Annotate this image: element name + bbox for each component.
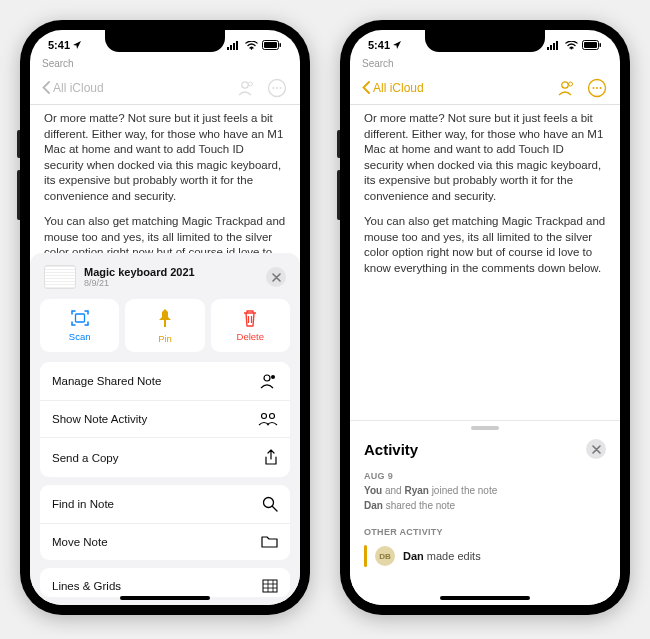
menu-move-note[interactable]: Move Note — [40, 524, 290, 560]
close-icon — [592, 445, 601, 454]
location-arrow-icon — [392, 40, 402, 50]
wifi-icon — [245, 41, 258, 50]
close-icon — [272, 273, 281, 282]
menu-show-activity[interactable]: Show Note Activity — [40, 401, 290, 438]
signal-icon — [547, 41, 561, 50]
notch — [105, 30, 225, 52]
delete-button[interactable]: Delete — [211, 299, 290, 352]
trash-icon — [242, 309, 258, 327]
svg-rect-6 — [264, 42, 277, 48]
svg-point-18 — [262, 414, 267, 419]
nav-bar: All iCloud — [30, 71, 300, 105]
home-indicator[interactable] — [120, 596, 210, 600]
note-body: Or more matte? Not sure but it just feel… — [350, 105, 620, 292]
svg-point-13 — [280, 87, 282, 89]
back-label: All iCloud — [53, 81, 104, 95]
close-sheet-button[interactable] — [266, 267, 286, 287]
location-arrow-icon — [72, 40, 82, 50]
pin-label: Pin — [158, 333, 172, 344]
menu-manage-shared[interactable]: Manage Shared Note — [40, 362, 290, 401]
svg-rect-24 — [553, 43, 555, 50]
activity-edit-entry[interactable]: DB Dan made edits — [350, 539, 620, 573]
drag-handle[interactable] — [471, 426, 499, 430]
back-button[interactable]: All iCloud — [42, 81, 104, 95]
svg-point-9 — [249, 82, 253, 86]
people-circle-icon — [260, 373, 278, 389]
folder-icon — [261, 535, 278, 549]
svg-rect-22 — [547, 47, 549, 50]
note-paragraph: You can also get matching Magic Trackpad… — [364, 214, 606, 276]
people-icon — [235, 80, 255, 96]
close-activity-button[interactable] — [586, 439, 606, 459]
search-icon — [262, 496, 278, 512]
svg-point-33 — [593, 87, 595, 89]
svg-point-12 — [276, 87, 278, 89]
back-button[interactable]: All iCloud — [362, 81, 424, 95]
note-paragraph: Or more matte? Not sure but it just feel… — [44, 111, 286, 204]
menu-label: Send a Copy — [52, 452, 119, 464]
menu-label: Find in Note — [52, 498, 114, 510]
share-collab-button[interactable] — [554, 77, 576, 99]
svg-rect-15 — [164, 320, 166, 327]
scan-icon — [70, 309, 90, 327]
svg-rect-2 — [233, 43, 235, 50]
svg-point-8 — [242, 81, 248, 87]
menu-label: Lines & Grids — [52, 580, 121, 592]
home-indicator[interactable] — [440, 596, 530, 600]
svg-point-34 — [596, 87, 598, 89]
svg-rect-28 — [584, 42, 597, 48]
two-people-icon — [258, 412, 278, 426]
svg-rect-3 — [236, 41, 238, 50]
status-time: 5:41 — [368, 39, 390, 51]
pin-button[interactable]: Pin — [125, 299, 204, 352]
wifi-icon — [565, 41, 578, 50]
signal-icon — [227, 41, 241, 50]
svg-point-16 — [264, 375, 270, 381]
pin-icon — [157, 309, 173, 329]
search-hint: Search — [30, 58, 300, 71]
menu-label: Manage Shared Note — [52, 375, 161, 387]
share-collab-button[interactable] — [234, 77, 256, 99]
menu-lines-grids[interactable]: Lines & Grids — [40, 568, 290, 597]
svg-point-19 — [270, 414, 275, 419]
svg-rect-23 — [550, 45, 552, 50]
svg-point-35 — [600, 87, 602, 89]
menu-find-in-note[interactable]: Find in Note — [40, 485, 290, 524]
svg-rect-21 — [263, 580, 277, 592]
more-button[interactable] — [266, 77, 288, 99]
sheet-title: Magic keyboard 2021 — [84, 266, 258, 278]
activity-date-section: AUG 9 — [350, 467, 620, 483]
svg-rect-0 — [227, 47, 229, 50]
activity-entry: You and Ryan joined the note — [350, 483, 620, 498]
chevron-left-icon — [362, 81, 370, 94]
note-thumbnail — [44, 265, 76, 289]
activity-panel: Activity AUG 9 You and Ryan joined the n… — [350, 420, 620, 605]
delete-label: Delete — [237, 331, 264, 342]
battery-icon — [582, 40, 602, 50]
scan-button[interactable]: Scan — [40, 299, 119, 352]
menu-label: Show Note Activity — [52, 413, 147, 425]
svg-point-26 — [571, 47, 573, 49]
share-icon — [264, 449, 278, 466]
chevron-left-icon — [42, 81, 50, 94]
back-label: All iCloud — [373, 81, 424, 95]
svg-point-17 — [271, 375, 275, 379]
ellipsis-circle-icon — [587, 78, 607, 98]
svg-point-31 — [569, 82, 573, 86]
svg-rect-7 — [280, 43, 282, 47]
more-button[interactable] — [586, 77, 608, 99]
phone-left: 5:41 Search All iCloud — [20, 20, 310, 615]
phone-right: 5:41 Search All iCloud — [340, 20, 630, 615]
svg-rect-14 — [75, 314, 84, 322]
edit-color-indicator — [364, 545, 367, 567]
svg-point-30 — [562, 81, 568, 87]
menu-label: Move Note — [52, 536, 108, 548]
activity-entry: Dan shared the note — [350, 498, 620, 513]
avatar: DB — [375, 546, 395, 566]
svg-rect-25 — [556, 41, 558, 50]
notch — [425, 30, 545, 52]
menu-send-copy[interactable]: Send a Copy — [40, 438, 290, 477]
svg-point-4 — [251, 47, 253, 49]
sheet-date: 8/9/21 — [84, 278, 258, 288]
people-icon — [555, 80, 575, 96]
